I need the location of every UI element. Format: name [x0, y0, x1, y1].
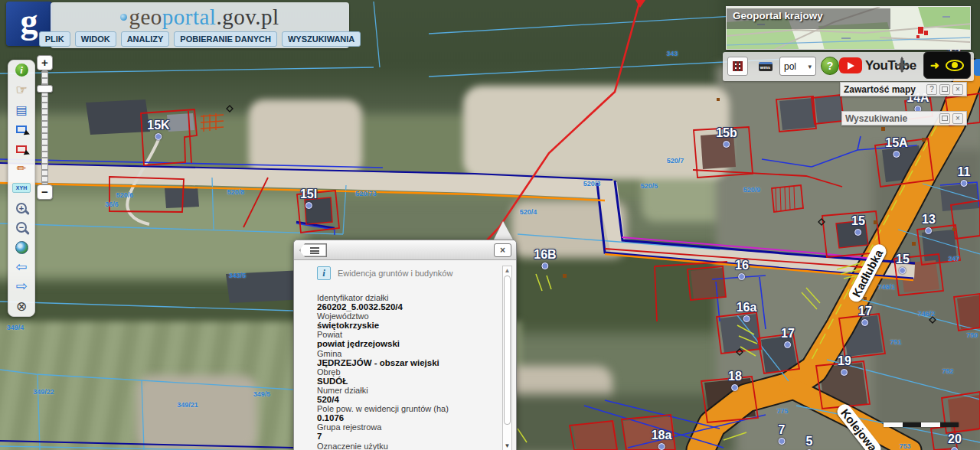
coordinates-xyh-icon[interactable]: XYH	[8, 178, 34, 198]
marker-dot-icon	[738, 273, 745, 280]
arrow-icon: ➜	[930, 59, 939, 71]
parcel-number-label: 752	[942, 367, 953, 375]
zoom-in-button[interactable]: +	[37, 55, 53, 70]
settings-wheel-button[interactable]	[900, 58, 903, 72]
marker-dot-icon	[155, 133, 162, 140]
house-number-marker: 13	[922, 214, 936, 234]
info-icon[interactable]: i	[8, 60, 34, 80]
restore-icon	[942, 86, 948, 92]
parcel-number-label: 343	[666, 50, 678, 57]
wms-button[interactable]: wms	[755, 57, 776, 76]
house-number-marker: 16a	[737, 302, 757, 322]
street-name-label: Kadłubka	[846, 243, 888, 305]
scroll-down-icon[interactable]: ▼	[503, 442, 511, 449]
panel-title: Wyszukiwanie	[845, 113, 937, 124]
house-number-label: 20	[948, 433, 962, 445]
house-number-marker: 15b	[716, 127, 737, 148]
pan-hand-icon[interactable]: ☞	[8, 80, 34, 100]
marker-dot-icon	[731, 384, 738, 391]
popup-pointer	[493, 221, 514, 241]
marker-dot-icon	[779, 438, 786, 445]
popup-field-label: Obręb	[317, 367, 490, 377]
parcel-number-label: 520/4	[520, 208, 537, 216]
draw-measure-icon: ✏	[17, 161, 27, 175]
panel-close-button[interactable]: ×	[952, 113, 963, 124]
aerial-yard	[642, 152, 753, 222]
main-menu: PLIKWIDOKANALIZYPOBIERANIE DANYCHWYSZUKI…	[51, 31, 349, 47]
marker-dot-icon	[960, 180, 967, 187]
marker-dot-icon	[925, 227, 932, 234]
deselect-area-icon[interactable]	[8, 139, 34, 159]
house-number-label: 16	[735, 259, 749, 272]
list-icon	[310, 247, 319, 254]
house-number-marker: 15	[851, 215, 865, 236]
street-name-label: Kolejowa	[835, 402, 884, 450]
youtube-play-icon	[839, 57, 862, 73]
scale-bar	[884, 422, 959, 427]
house-number-label: 15	[851, 215, 865, 227]
panel-title: Zawartość mapy	[844, 84, 924, 95]
aerial-construction	[463, 86, 730, 179]
menu-wyszukiwania[interactable]: WYSZUKIWANIA	[282, 31, 361, 47]
parcel-number-label: 746/2	[918, 310, 936, 318]
composition-grid-button[interactable]	[727, 57, 748, 76]
popup-field-value: JĘDRZEJÓW - obszar wiejski	[317, 358, 439, 367]
help-button[interactable]: ?	[821, 57, 839, 75]
zoom-in-icon: +	[16, 203, 27, 214]
zoom-in-icon[interactable]: +	[8, 198, 34, 218]
select-area-icon[interactable]	[8, 119, 34, 139]
popup-close-button[interactable]: ×	[494, 243, 511, 257]
info-icon: i	[317, 266, 331, 280]
house-number-label: 5	[806, 435, 813, 448]
house-number-marker: 5	[806, 435, 813, 450]
parcel-number-label: 520/3	[583, 180, 601, 188]
full-extent-globe-icon[interactable]	[8, 237, 34, 257]
zoom-out-icon[interactable]: −	[8, 218, 34, 238]
house-number-marker: 18a	[652, 429, 672, 450]
panel-help-button[interactable]: ?	[926, 84, 937, 95]
menu-widok[interactable]: WIDOK	[75, 31, 116, 47]
panel-restore-button[interactable]	[939, 113, 950, 124]
collapsed-panel-tab[interactable]	[974, 59, 980, 76]
popup-field-value: 0.1076	[317, 413, 344, 422]
minimap-title: Geoportal krajowy	[733, 10, 823, 21]
panel-restore-button[interactable]	[939, 84, 950, 95]
popup-field-label: Pole pow. w ewidencji gruntów (ha)	[317, 404, 490, 413]
accessibility-toggle[interactable]: ➜	[923, 51, 971, 79]
next-view-icon[interactable]: ⇨	[8, 277, 34, 297]
overview-minimap[interactable]: Geoportal krajowy	[726, 6, 971, 50]
menu-analizy[interactable]: ANALIZY	[121, 31, 170, 47]
zoom-slider-handle[interactable]	[37, 85, 53, 93]
menu-plik[interactable]: PLIK	[39, 31, 70, 47]
aerial-construction	[249, 99, 362, 176]
clear-selection-icon[interactable]: ⊗	[8, 296, 34, 316]
scroll-up-icon[interactable]: ▲	[503, 267, 511, 274]
map-content-panel: Zawartość mapy ? ×	[840, 82, 967, 96]
marker-dot-icon	[541, 262, 548, 269]
language-select[interactable]: pol ▾	[779, 57, 816, 76]
menu-pobieranie-danych[interactable]: POBIERANIE DANYCH	[174, 31, 277, 47]
attribute-table-icon[interactable]: ▤	[8, 99, 34, 119]
parcel-number-label: 753	[899, 442, 910, 450]
results-list-button[interactable]	[299, 243, 327, 257]
house-number-marker: 20	[948, 433, 962, 450]
house-number-label: 13	[922, 214, 936, 226]
aerial-construction	[136, 375, 257, 450]
restore-icon	[942, 116, 948, 121]
search-panel: Wyszukiwanie ×	[841, 111, 967, 126]
previous-view-icon[interactable]: ⇦	[8, 257, 34, 277]
parcel-fields: Identyfikator działki260202_5.0032.520/4…	[317, 293, 490, 450]
house-number-label: 15l	[300, 188, 317, 201]
zoom-out-button[interactable]: −	[37, 184, 53, 200]
popup-field-value: powiat jędrzejowski	[317, 339, 400, 348]
house-number-label: 15A	[885, 137, 907, 149]
panel-close-button[interactable]: ×	[952, 84, 963, 95]
scrollbar-thumb[interactable]	[504, 276, 511, 425]
draw-measure-icon[interactable]: ✏	[8, 158, 34, 178]
popup-scrollbar[interactable]: ▲ ▼	[502, 266, 512, 450]
parcel-number-label: 520/6	[116, 191, 134, 199]
popup-field-label: Gmina	[317, 349, 490, 358]
coordinates-xyh-icon: XYH	[12, 183, 31, 193]
parcel-number-label: 520/73	[355, 190, 377, 197]
geoportal-app: 15K15l15b15A14A12111513151616B16a1717191…	[0, 0, 980, 450]
